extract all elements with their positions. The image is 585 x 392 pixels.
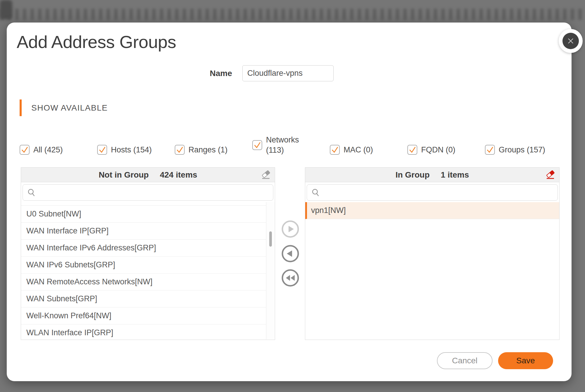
- name-input[interactable]: [242, 65, 334, 81]
- clear-right-selection-eraser-icon[interactable]: [545, 170, 555, 180]
- move-left-button[interactable]: [281, 245, 299, 263]
- checkbox-checked-icon[interactable]: [252, 140, 262, 150]
- checkbox-checked-icon[interactable]: [407, 145, 417, 155]
- in-group-list: vpn1[NW]: [305, 202, 559, 339]
- section-accent-bar: [20, 99, 22, 116]
- move-all-left-button[interactable]: [281, 269, 299, 287]
- list-item[interactable]: WAN Subnets[GRP]: [21, 290, 266, 307]
- not-in-group-panel: Not in Group 424 items U: [21, 167, 275, 340]
- filter-label: Hosts (154): [111, 145, 152, 155]
- partial-row: [21, 202, 266, 206]
- panel-count: 1 items: [441, 170, 469, 180]
- search-icon: [311, 188, 320, 197]
- filter-checkbox-item[interactable]: Ranges (1): [175, 145, 252, 155]
- checkbox-checked-icon[interactable]: [175, 145, 185, 155]
- list-item[interactable]: WAN IPv6 Subnets[GRP]: [21, 257, 266, 274]
- save-button[interactable]: Save: [498, 352, 553, 369]
- filter-checkbox-item[interactable]: Groups (157): [485, 145, 562, 155]
- panel-count: 424 items: [160, 170, 197, 180]
- filter-checkbox-item[interactable]: Networks (113): [252, 135, 330, 155]
- left-search-input[interactable]: [36, 185, 273, 200]
- panel-title: In Group: [395, 170, 430, 180]
- filter-checkbox-item[interactable]: Hosts (154): [97, 145, 175, 155]
- close-button[interactable]: [559, 29, 583, 53]
- section-title: SHOW AVAILABLE: [31, 103, 108, 113]
- filter-label: MAC (0): [344, 145, 373, 155]
- show-available-section: SHOW AVAILABLE: [20, 99, 108, 116]
- left-list-scrollbar-thumb[interactable]: [269, 231, 272, 247]
- filter-label: Ranges (1): [188, 145, 228, 155]
- close-icon: [562, 33, 579, 49]
- in-group-panel: In Group 1 items vpn1[NW]: [305, 167, 560, 340]
- in-group-header: In Group 1 items: [305, 168, 559, 182]
- filter-row: All (425) Hosts (154) Ranges (1): [20, 140, 564, 160]
- filter-label: All (425): [33, 145, 63, 155]
- name-label: Name: [188, 69, 232, 78]
- checkbox-checked-icon[interactable]: [330, 145, 340, 155]
- clear-left-selection-eraser-icon[interactable]: [261, 170, 271, 180]
- background-blur-band: [0, 9, 585, 20]
- filter-label: Networks (113): [266, 135, 299, 155]
- dialog-title: Add Address Groups: [17, 32, 176, 52]
- not-in-group-header: Not in Group 424 items: [21, 168, 275, 182]
- panel-title: Not in Group: [99, 170, 149, 180]
- left-search-box: [23, 184, 273, 201]
- cancel-button[interactable]: Cancel: [437, 352, 493, 369]
- filter-label: Groups (157): [499, 145, 545, 155]
- list-item[interactable]: WAN Interface IPv6 Addresses[GRP]: [21, 240, 266, 257]
- filter-checkbox-item[interactable]: MAC (0): [330, 145, 407, 155]
- list-item[interactable]: WAN RemoteAccess Networks[NW]: [21, 274, 266, 290]
- search-icon: [27, 188, 36, 197]
- list-item[interactable]: WLAN Interface IP[GRP]: [21, 324, 266, 339]
- list-item[interactable]: WAN Interface IP[GRP]: [21, 223, 266, 240]
- checkbox-checked-icon[interactable]: [485, 145, 495, 155]
- checkbox-checked-icon[interactable]: [20, 145, 30, 155]
- filter-label: FQDN (0): [421, 145, 455, 155]
- background-blur-blob: [0, 0, 12, 19]
- right-search-box: [307, 184, 558, 201]
- checkbox-checked-icon[interactable]: [97, 145, 107, 155]
- left-list-scrollbar-track[interactable]: [266, 202, 275, 339]
- not-in-group-list: U0 Subnet[NW] WAN Interface IP[GRP] WAN …: [21, 202, 275, 339]
- selected-list-item[interactable]: vpn1[NW]: [305, 202, 559, 219]
- list-item[interactable]: Well-Known Pref64[NW]: [21, 307, 266, 324]
- list-item[interactable]: U0 Subnet[NW]: [21, 206, 266, 223]
- filter-checkbox-item[interactable]: FQDN (0): [407, 145, 485, 155]
- add-address-groups-dialog: Add Address Groups Name SHOW AVAILABLE A…: [7, 23, 572, 381]
- move-right-button[interactable]: [281, 220, 299, 238]
- right-search-input[interactable]: [320, 185, 557, 200]
- filter-checkbox-item[interactable]: All (425): [20, 145, 97, 155]
